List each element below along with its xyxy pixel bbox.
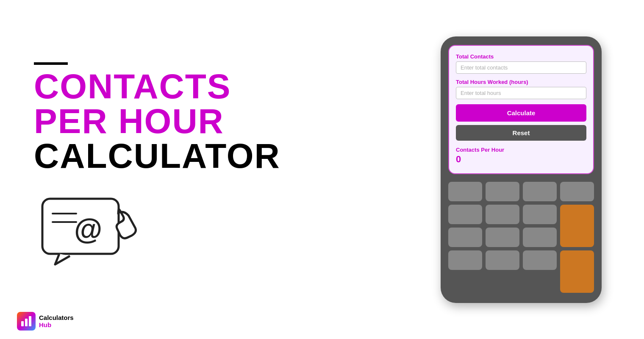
key-6[interactable] [486, 205, 519, 224]
logo: Calculators Hub [17, 312, 74, 331]
logo-brand: Calculators [39, 314, 74, 321]
svg-text:@: @ [74, 213, 102, 245]
total-hours-input[interactable] [456, 87, 586, 99]
logo-text: Calculators Hub [39, 314, 74, 328]
logo-product: Hub [39, 321, 74, 328]
key-2[interactable] [486, 182, 519, 201]
left-section: CONTACTS PER HOUR CALCULATOR @ [34, 62, 280, 277]
total-contacts-input[interactable] [456, 61, 586, 74]
key-12[interactable] [486, 250, 519, 270]
svg-rect-5 [25, 319, 28, 326]
result-label: Contacts Per Hour [456, 147, 586, 153]
keypad [448, 182, 594, 293]
svg-rect-4 [21, 321, 24, 326]
total-hours-label: Total Hours Worked (hours) [456, 79, 586, 85]
svg-rect-6 [29, 316, 31, 326]
key-orange-tall[interactable] [560, 205, 594, 247]
right-section: Total Contacts Total Hours Worked (hours… [432, 36, 610, 303]
key-7[interactable] [523, 205, 557, 224]
title-line3: CALCULATOR [34, 139, 280, 173]
logo-icon [17, 312, 36, 331]
key-1[interactable] [448, 182, 482, 201]
title-line3-row: CALCULATOR [34, 139, 280, 173]
key-13[interactable] [523, 250, 557, 270]
contact-icon-area: @ [34, 190, 280, 277]
title-line2: PER HOUR [34, 104, 280, 139]
key-9[interactable] [486, 228, 519, 247]
key-orange-bottom[interactable] [560, 250, 594, 293]
calculator-device: Total Contacts Total Hours Worked (hours… [441, 36, 602, 303]
key-11[interactable] [448, 250, 482, 270]
result-value: 0 [456, 154, 586, 165]
top-decorative-bar [34, 62, 68, 65]
key-3[interactable] [523, 182, 557, 201]
calculator-screen: Total Contacts Total Hours Worked (hours… [448, 45, 594, 174]
contact-illustration: @ [34, 190, 169, 277]
reset-button[interactable]: Reset [456, 125, 586, 141]
total-contacts-label: Total Contacts [456, 53, 586, 60]
key-8[interactable] [448, 228, 482, 247]
key-5[interactable] [448, 205, 482, 224]
calculate-button[interactable]: Calculate [456, 104, 586, 122]
key-4[interactable] [560, 182, 594, 201]
key-10[interactable] [523, 228, 557, 247]
title-line1: CONTACTS [34, 69, 280, 104]
